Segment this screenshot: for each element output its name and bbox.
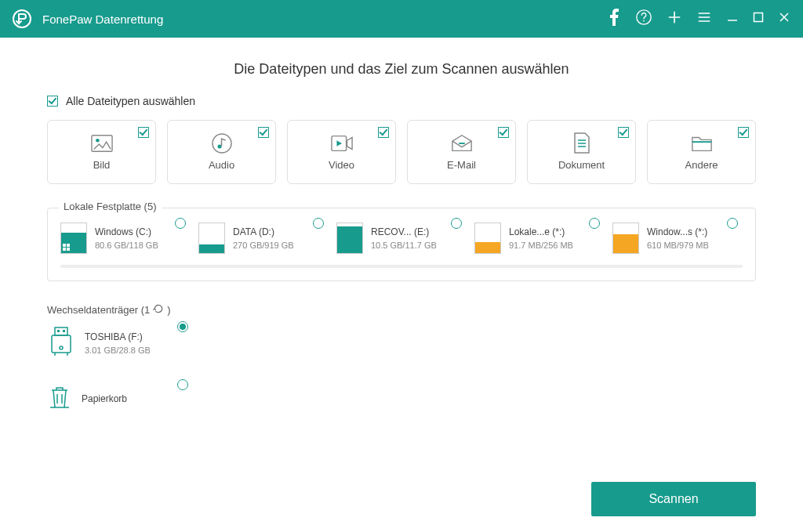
video-icon — [331, 134, 353, 153]
filetype-card-audio[interactable]: Audio — [167, 120, 276, 184]
disk-usage-icon — [60, 223, 87, 254]
content: Die Dateitypen und das Ziel zum Scannen … — [0, 38, 803, 532]
filetype-card-video[interactable]: Video — [287, 120, 396, 184]
svg-rect-3 — [754, 13, 763, 22]
filetype-checkbox[interactable] — [738, 127, 749, 138]
filetype-checkbox[interactable] — [258, 127, 269, 138]
help-icon[interactable] — [635, 9, 652, 29]
drive-name: RECOV... (E:) — [371, 226, 437, 237]
select-all-row[interactable]: Alle Dateitypen auswählen — [47, 95, 756, 107]
app-window: FonePaw Datenrettung Die Dateitypen und … — [0, 0, 803, 532]
svg-rect-16 — [57, 330, 60, 332]
removable-section: Wechseldatenträger (1 ) TOSHIBA (F:) 3.0… — [47, 303, 756, 414]
disk-usage-icon — [198, 223, 225, 254]
drive-item[interactable]: RECOV... (E:) 10.5 GB/11.7 GB — [336, 223, 467, 254]
refresh-icon[interactable] — [153, 303, 164, 317]
drive-item[interactable]: Windows (C:) 80.6 GB/118 GB — [60, 223, 191, 254]
drive-name: Lokale...e (*:) — [509, 226, 573, 237]
recycle-label: Papierkorb — [82, 393, 127, 404]
app-logo-icon — [13, 9, 31, 28]
email-icon — [451, 134, 473, 153]
removable-size: 3.01 GB/28.8 GB — [85, 346, 151, 355]
filetype-checkbox[interactable] — [498, 127, 509, 138]
filetype-label: Video — [329, 159, 354, 171]
recycle-bin[interactable]: Papierkorb — [47, 384, 188, 414]
drive-item[interactable]: DATA (D:) 270 GB/919 GB — [198, 223, 329, 254]
minimize-icon[interactable] — [726, 11, 739, 27]
filetype-label: Audio — [209, 159, 234, 171]
disk-usage-icon — [612, 223, 639, 254]
filetype-label: Bild — [93, 159, 111, 171]
svg-point-5 — [96, 138, 100, 142]
filetype-card-image[interactable]: Bild — [47, 120, 156, 184]
drive-size: 80.6 GB/118 GB — [95, 241, 158, 250]
drive-name: Windows (C:) — [95, 226, 158, 237]
trash-icon — [47, 384, 72, 414]
drive-item[interactable]: Window...s (*:) 610 MB/979 MB — [612, 223, 743, 254]
drive-info: Windows (C:) 80.6 GB/118 GB — [95, 226, 158, 250]
drive-radio[interactable] — [727, 218, 738, 229]
drive-radio[interactable] — [451, 218, 462, 229]
drive-info: Window...s (*:) 610 MB/979 MB — [647, 226, 709, 250]
usb-icon — [47, 326, 75, 360]
filetype-card-other[interactable]: Andere — [647, 120, 756, 184]
svg-rect-15 — [55, 328, 67, 335]
filetype-card-email[interactable]: E-Mail — [407, 120, 516, 184]
removable-title: Wechseldatenträger (1 ) — [47, 303, 756, 317]
window-controls — [607, 9, 790, 29]
local-disk-section: Lokale Festplatte (5) Windows (C:) 80.6 … — [47, 208, 756, 281]
page-title: Die Dateitypen und das Ziel zum Scannen … — [47, 61, 756, 78]
scrollbar[interactable] — [60, 265, 743, 268]
drive-info: DATA (D:) 270 GB/919 GB — [233, 226, 294, 250]
removable-info: TOSHIBA (F:) 3.01 GB/28.8 GB — [85, 331, 151, 355]
close-icon[interactable] — [778, 11, 790, 27]
filetype-grid: Bild Audio Video E-M — [47, 120, 756, 184]
drive-size: 10.5 GB/11.7 GB — [371, 241, 437, 250]
drive-radio[interactable] — [175, 218, 186, 229]
add-icon[interactable] — [667, 9, 682, 28]
removable-radio[interactable] — [177, 321, 188, 332]
svg-rect-17 — [63, 330, 65, 332]
menu-icon[interactable] — [696, 9, 712, 28]
removable-name: TOSHIBA (F:) — [85, 331, 151, 342]
filetype-checkbox[interactable] — [378, 127, 389, 138]
filetype-checkbox[interactable] — [138, 127, 149, 138]
svg-rect-13 — [63, 248, 66, 251]
drive-info: RECOV... (E:) 10.5 GB/11.7 GB — [371, 226, 437, 250]
filetype-label: E-Mail — [447, 159, 476, 171]
titlebar: FonePaw Datenrettung — [0, 0, 803, 38]
drive-size: 610 MB/979 MB — [647, 241, 709, 250]
facebook-icon[interactable] — [607, 9, 621, 29]
drive-radio[interactable] — [313, 218, 324, 229]
scan-button[interactable]: Scannen — [591, 482, 756, 516]
svg-rect-14 — [67, 248, 70, 251]
filetype-label: Andere — [685, 159, 718, 171]
drives-row: Windows (C:) 80.6 GB/118 GB DATA (D:) 27… — [60, 223, 743, 254]
image-icon — [91, 134, 113, 153]
drive-size: 270 GB/919 GB — [233, 241, 294, 250]
svg-rect-10 — [692, 141, 710, 143]
local-disk-legend: Lokale Festplatte (5) — [59, 201, 162, 212]
svg-rect-12 — [67, 244, 70, 247]
app-title: FonePaw Datenrettung — [42, 13, 607, 26]
svg-point-19 — [60, 346, 63, 349]
recycle-radio[interactable] — [177, 379, 188, 390]
drive-radio[interactable] — [589, 218, 600, 229]
select-all-checkbox[interactable] — [47, 96, 58, 107]
select-all-label: Alle Dateitypen auswählen — [66, 95, 195, 107]
svg-rect-9 — [459, 143, 464, 144]
filetype-card-document[interactable]: Dokument — [527, 120, 636, 184]
disk-usage-icon — [336, 223, 363, 254]
drive-size: 91.7 MB/256 MB — [509, 241, 573, 250]
document-icon — [571, 134, 593, 153]
drive-item[interactable]: Lokale...e (*:) 91.7 MB/256 MB — [474, 223, 605, 254]
drive-name: Window...s (*:) — [647, 226, 709, 237]
audio-icon — [211, 134, 233, 153]
disk-usage-icon — [474, 223, 501, 254]
svg-rect-11 — [63, 244, 66, 247]
removable-drive[interactable]: TOSHIBA (F:) 3.01 GB/28.8 GB — [47, 326, 188, 360]
filetype-checkbox[interactable] — [618, 127, 629, 138]
drive-name: DATA (D:) — [233, 226, 294, 237]
maximize-icon[interactable] — [753, 12, 764, 26]
svg-point-2 — [643, 20, 645, 22]
